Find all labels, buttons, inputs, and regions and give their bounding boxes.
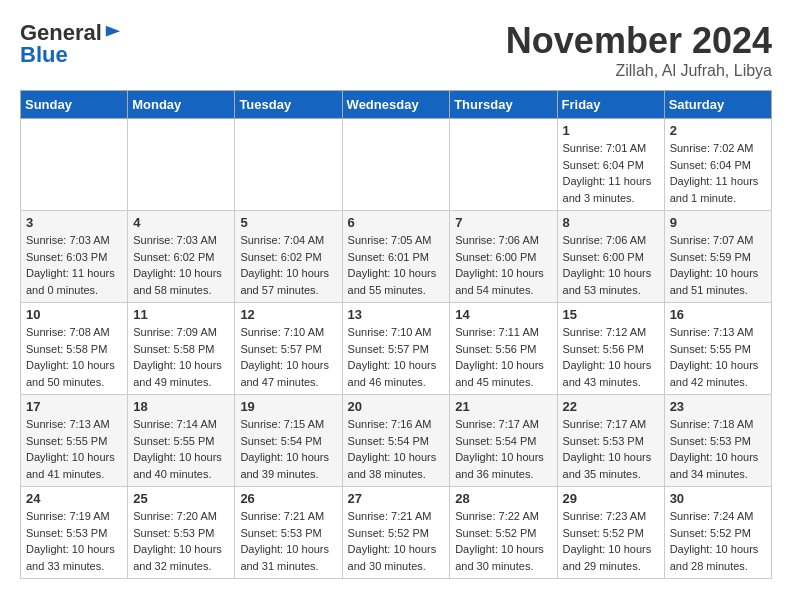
calendar-cell xyxy=(342,119,450,211)
title-block: November 2024 Zillah, Al Jufrah, Libya xyxy=(506,20,772,80)
calendar-cell: 29Sunrise: 7:23 AM Sunset: 5:52 PM Dayli… xyxy=(557,487,664,579)
calendar-cell: 14Sunrise: 7:11 AM Sunset: 5:56 PM Dayli… xyxy=(450,303,557,395)
calendar-cell: 1Sunrise: 7:01 AM Sunset: 6:04 PM Daylig… xyxy=(557,119,664,211)
column-header-thursday: Thursday xyxy=(450,91,557,119)
calendar-cell: 26Sunrise: 7:21 AM Sunset: 5:53 PM Dayli… xyxy=(235,487,342,579)
calendar-cell: 17Sunrise: 7:13 AM Sunset: 5:55 PM Dayli… xyxy=(21,395,128,487)
day-number: 26 xyxy=(240,491,336,506)
calendar-cell: 23Sunrise: 7:18 AM Sunset: 5:53 PM Dayli… xyxy=(664,395,771,487)
day-number: 8 xyxy=(563,215,659,230)
day-number: 19 xyxy=(240,399,336,414)
cell-info: Sunrise: 7:14 AM Sunset: 5:55 PM Dayligh… xyxy=(133,416,229,482)
day-number: 16 xyxy=(670,307,766,322)
page-header: General Blue November 2024 Zillah, Al Ju… xyxy=(20,20,772,80)
column-header-wednesday: Wednesday xyxy=(342,91,450,119)
day-number: 10 xyxy=(26,307,122,322)
cell-info: Sunrise: 7:03 AM Sunset: 6:03 PM Dayligh… xyxy=(26,232,122,298)
cell-info: Sunrise: 7:09 AM Sunset: 5:58 PM Dayligh… xyxy=(133,324,229,390)
calendar-cell: 4Sunrise: 7:03 AM Sunset: 6:02 PM Daylig… xyxy=(128,211,235,303)
logo-blue-text: Blue xyxy=(20,42,68,68)
calendar-cell: 15Sunrise: 7:12 AM Sunset: 5:56 PM Dayli… xyxy=(557,303,664,395)
day-number: 25 xyxy=(133,491,229,506)
cell-info: Sunrise: 7:05 AM Sunset: 6:01 PM Dayligh… xyxy=(348,232,445,298)
day-number: 28 xyxy=(455,491,551,506)
calendar-cell: 6Sunrise: 7:05 AM Sunset: 6:01 PM Daylig… xyxy=(342,211,450,303)
day-number: 13 xyxy=(348,307,445,322)
logo-flag-icon xyxy=(104,24,122,42)
calendar-cell: 21Sunrise: 7:17 AM Sunset: 5:54 PM Dayli… xyxy=(450,395,557,487)
day-number: 1 xyxy=(563,123,659,138)
calendar-cell xyxy=(235,119,342,211)
calendar-cell: 11Sunrise: 7:09 AM Sunset: 5:58 PM Dayli… xyxy=(128,303,235,395)
calendar-cell: 7Sunrise: 7:06 AM Sunset: 6:00 PM Daylig… xyxy=(450,211,557,303)
calendar-header-row: SundayMondayTuesdayWednesdayThursdayFrid… xyxy=(21,91,772,119)
cell-info: Sunrise: 7:10 AM Sunset: 5:57 PM Dayligh… xyxy=(240,324,336,390)
cell-info: Sunrise: 7:13 AM Sunset: 5:55 PM Dayligh… xyxy=(670,324,766,390)
day-number: 18 xyxy=(133,399,229,414)
cell-info: Sunrise: 7:11 AM Sunset: 5:56 PM Dayligh… xyxy=(455,324,551,390)
calendar-cell: 27Sunrise: 7:21 AM Sunset: 5:52 PM Dayli… xyxy=(342,487,450,579)
day-number: 17 xyxy=(26,399,122,414)
calendar-cell: 9Sunrise: 7:07 AM Sunset: 5:59 PM Daylig… xyxy=(664,211,771,303)
day-number: 29 xyxy=(563,491,659,506)
calendar-table: SundayMondayTuesdayWednesdayThursdayFrid… xyxy=(20,90,772,579)
cell-info: Sunrise: 7:13 AM Sunset: 5:55 PM Dayligh… xyxy=(26,416,122,482)
day-number: 7 xyxy=(455,215,551,230)
calendar-week-row: 17Sunrise: 7:13 AM Sunset: 5:55 PM Dayli… xyxy=(21,395,772,487)
calendar-cell: 2Sunrise: 7:02 AM Sunset: 6:04 PM Daylig… xyxy=(664,119,771,211)
cell-info: Sunrise: 7:03 AM Sunset: 6:02 PM Dayligh… xyxy=(133,232,229,298)
cell-info: Sunrise: 7:22 AM Sunset: 5:52 PM Dayligh… xyxy=(455,508,551,574)
calendar-cell: 22Sunrise: 7:17 AM Sunset: 5:53 PM Dayli… xyxy=(557,395,664,487)
cell-info: Sunrise: 7:16 AM Sunset: 5:54 PM Dayligh… xyxy=(348,416,445,482)
calendar-cell: 3Sunrise: 7:03 AM Sunset: 6:03 PM Daylig… xyxy=(21,211,128,303)
cell-info: Sunrise: 7:12 AM Sunset: 5:56 PM Dayligh… xyxy=(563,324,659,390)
calendar-cell xyxy=(450,119,557,211)
day-number: 22 xyxy=(563,399,659,414)
month-title: November 2024 xyxy=(506,20,772,62)
cell-info: Sunrise: 7:10 AM Sunset: 5:57 PM Dayligh… xyxy=(348,324,445,390)
column-header-tuesday: Tuesday xyxy=(235,91,342,119)
cell-info: Sunrise: 7:01 AM Sunset: 6:04 PM Dayligh… xyxy=(563,140,659,206)
calendar-cell: 28Sunrise: 7:22 AM Sunset: 5:52 PM Dayli… xyxy=(450,487,557,579)
day-number: 3 xyxy=(26,215,122,230)
calendar-cell: 10Sunrise: 7:08 AM Sunset: 5:58 PM Dayli… xyxy=(21,303,128,395)
cell-info: Sunrise: 7:02 AM Sunset: 6:04 PM Dayligh… xyxy=(670,140,766,206)
day-number: 24 xyxy=(26,491,122,506)
calendar-cell: 16Sunrise: 7:13 AM Sunset: 5:55 PM Dayli… xyxy=(664,303,771,395)
day-number: 20 xyxy=(348,399,445,414)
cell-info: Sunrise: 7:15 AM Sunset: 5:54 PM Dayligh… xyxy=(240,416,336,482)
day-number: 14 xyxy=(455,307,551,322)
day-number: 15 xyxy=(563,307,659,322)
day-number: 21 xyxy=(455,399,551,414)
cell-info: Sunrise: 7:19 AM Sunset: 5:53 PM Dayligh… xyxy=(26,508,122,574)
calendar-cell: 12Sunrise: 7:10 AM Sunset: 5:57 PM Dayli… xyxy=(235,303,342,395)
cell-info: Sunrise: 7:07 AM Sunset: 5:59 PM Dayligh… xyxy=(670,232,766,298)
cell-info: Sunrise: 7:23 AM Sunset: 5:52 PM Dayligh… xyxy=(563,508,659,574)
calendar-cell: 8Sunrise: 7:06 AM Sunset: 6:00 PM Daylig… xyxy=(557,211,664,303)
cell-info: Sunrise: 7:17 AM Sunset: 5:53 PM Dayligh… xyxy=(563,416,659,482)
cell-info: Sunrise: 7:20 AM Sunset: 5:53 PM Dayligh… xyxy=(133,508,229,574)
day-number: 4 xyxy=(133,215,229,230)
cell-info: Sunrise: 7:06 AM Sunset: 6:00 PM Dayligh… xyxy=(563,232,659,298)
day-number: 5 xyxy=(240,215,336,230)
calendar-week-row: 10Sunrise: 7:08 AM Sunset: 5:58 PM Dayli… xyxy=(21,303,772,395)
day-number: 30 xyxy=(670,491,766,506)
column-header-friday: Friday xyxy=(557,91,664,119)
svg-marker-0 xyxy=(106,26,120,37)
calendar-week-row: 1Sunrise: 7:01 AM Sunset: 6:04 PM Daylig… xyxy=(21,119,772,211)
day-number: 27 xyxy=(348,491,445,506)
location-subtitle: Zillah, Al Jufrah, Libya xyxy=(506,62,772,80)
cell-info: Sunrise: 7:08 AM Sunset: 5:58 PM Dayligh… xyxy=(26,324,122,390)
column-header-saturday: Saturday xyxy=(664,91,771,119)
day-number: 2 xyxy=(670,123,766,138)
calendar-cell xyxy=(128,119,235,211)
column-header-monday: Monday xyxy=(128,91,235,119)
cell-info: Sunrise: 7:24 AM Sunset: 5:52 PM Dayligh… xyxy=(670,508,766,574)
cell-info: Sunrise: 7:17 AM Sunset: 5:54 PM Dayligh… xyxy=(455,416,551,482)
cell-info: Sunrise: 7:21 AM Sunset: 5:53 PM Dayligh… xyxy=(240,508,336,574)
day-number: 23 xyxy=(670,399,766,414)
calendar-week-row: 3Sunrise: 7:03 AM Sunset: 6:03 PM Daylig… xyxy=(21,211,772,303)
cell-info: Sunrise: 7:21 AM Sunset: 5:52 PM Dayligh… xyxy=(348,508,445,574)
calendar-week-row: 24Sunrise: 7:19 AM Sunset: 5:53 PM Dayli… xyxy=(21,487,772,579)
day-number: 9 xyxy=(670,215,766,230)
